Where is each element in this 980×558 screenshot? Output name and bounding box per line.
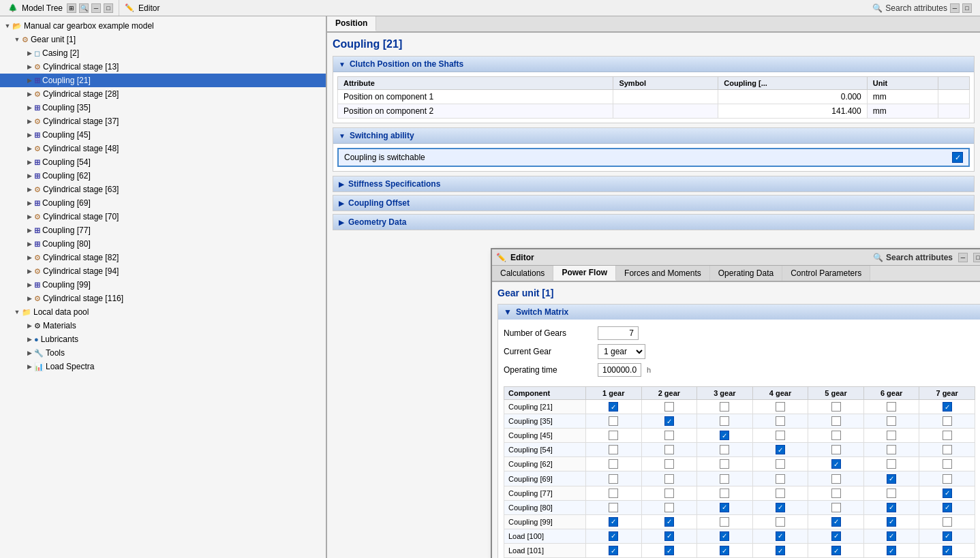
gear-cell-1[interactable]: ✓ <box>586 543 642 557</box>
gear-cell-3[interactable] <box>697 514 753 529</box>
checkbox-gear-6[interactable] <box>887 489 896 498</box>
checkbox-gear-6[interactable]: ✓ <box>887 517 896 527</box>
clutch-section-header[interactable]: ▼ Clutch Position on the Shafts <box>333 57 974 72</box>
checkbox-gear-3[interactable]: ✓ <box>720 503 729 512</box>
gear-cell-2[interactable]: ✓ <box>641 414 697 429</box>
tree-materials[interactable]: ▶ ⚙ Materials <box>0 319 326 332</box>
gear-cell-2[interactable] <box>641 486 697 500</box>
gear-cell-6[interactable]: ✓ <box>863 500 919 514</box>
tab-position[interactable]: Position <box>327 16 376 31</box>
checkbox-gear-5[interactable]: ✓ <box>831 517 841 527</box>
checkbox-gear-1[interactable] <box>609 474 618 484</box>
gear-cell-5[interactable] <box>808 500 864 514</box>
gear-cell-2[interactable] <box>641 400 697 414</box>
checkbox-gear-4[interactable] <box>776 416 785 426</box>
gear-cell-6[interactable]: ✓ <box>863 514 919 529</box>
checkbox-gear-2[interactable] <box>664 445 674 454</box>
tree-tools[interactable]: ▶ 🔧 Tools <box>0 346 326 360</box>
checkbox-gear-3[interactable] <box>720 459 729 469</box>
gear-cell-7[interactable] <box>919 414 975 429</box>
gear-cell-7[interactable] <box>919 457 975 471</box>
checkbox-gear-4[interactable] <box>776 459 785 469</box>
gear-cell-6[interactable] <box>863 486 919 500</box>
checkbox-gear-1[interactable] <box>609 459 618 469</box>
checkbox-gear-4[interactable] <box>776 402 785 412</box>
gear-cell-3[interactable]: ✓ <box>697 429 753 443</box>
current-gear-select[interactable]: 1 gear 2 gear 3 gear 4 gear 5 gear 6 gea… <box>598 344 645 359</box>
tree-coupling-77[interactable]: ▶ ⊞ Coupling [77] <box>0 223 326 237</box>
tree-cyl-116[interactable]: ▶ ⚙ Cylindrical stage [116] <box>0 292 326 305</box>
checkbox-gear-7[interactable] <box>943 431 952 440</box>
tree-minimize-btn[interactable]: ─ <box>91 3 101 13</box>
checkbox-gear-7[interactable] <box>943 517 952 527</box>
geometry-header[interactable]: ▶ Geometry Data <box>333 215 974 230</box>
tree-gear-unit[interactable]: ▼ ⚙ Gear unit [1] <box>0 33 326 46</box>
gear-cell-4[interactable]: ✓ <box>752 500 808 514</box>
gear-cell-4[interactable]: ✓ <box>752 529 808 543</box>
checkbox-gear-5[interactable] <box>831 402 841 412</box>
tree-cyl-63[interactable]: ▶ ⚙ Cylindrical stage [63] <box>0 183 326 196</box>
checkbox-gear-7[interactable] <box>943 445 952 454</box>
checkbox-gear-1[interactable] <box>609 445 618 454</box>
tree-search-btn[interactable]: 🔍 <box>79 3 89 13</box>
tree-coupling-35[interactable]: ▶ ⊞ Coupling [35] <box>0 101 326 114</box>
checkbox-gear-2[interactable] <box>664 459 674 469</box>
checkbox-gear-4[interactable]: ✓ <box>776 445 785 454</box>
checkbox-gear-7[interactable]: ✓ <box>943 489 952 498</box>
gear-cell-1[interactable] <box>586 429 642 443</box>
checkbox-gear-5[interactable] <box>831 431 841 440</box>
checkbox-gear-2[interactable]: ✓ <box>664 416 674 426</box>
gear-cell-6[interactable] <box>863 443 919 457</box>
gear-cell-2[interactable] <box>641 500 697 514</box>
gear-cell-1[interactable] <box>586 414 642 429</box>
checkbox-gear-2[interactable]: ✓ <box>664 546 674 555</box>
gear-cell-7[interactable]: ✓ <box>919 486 975 500</box>
tree-coupling-54[interactable]: ▶ ⊞ Coupling [54] <box>0 155 326 169</box>
gear-cell-6[interactable] <box>863 400 919 414</box>
gear-cell-5[interactable] <box>808 486 864 500</box>
checkbox-gear-6[interactable] <box>887 416 896 426</box>
checkbox-gear-5[interactable] <box>831 445 841 454</box>
tree-cyl-37[interactable]: ▶ ⚙ Cylindrical stage [37] <box>0 114 326 128</box>
gear-cell-2[interactable]: ✓ <box>641 543 697 557</box>
gear-cell-6[interactable] <box>863 429 919 443</box>
gear-cell-4[interactable] <box>752 486 808 500</box>
gear-cell-4[interactable] <box>752 400 808 414</box>
tree-cyl-70[interactable]: ▶ ⚙ Cylindrical stage [70] <box>0 210 326 223</box>
gear-cell-5[interactable] <box>808 429 864 443</box>
num-gears-value[interactable]: 7 <box>598 326 639 340</box>
checkbox-gear-1[interactable] <box>609 489 618 498</box>
checkbox-gear-5[interactable] <box>831 503 841 512</box>
gear-cell-1[interactable]: ✓ <box>586 400 642 414</box>
tab-operating-data[interactable]: Operating Data <box>710 266 782 281</box>
gear-cell-7[interactable]: ✓ <box>919 543 975 557</box>
checkbox-gear-5[interactable]: ✓ <box>831 531 841 541</box>
checkbox-gear-4[interactable] <box>776 474 785 484</box>
checkbox-gear-3[interactable] <box>720 517 729 527</box>
gear-cell-7[interactable]: ✓ <box>919 400 975 414</box>
checkbox-gear-6[interactable] <box>887 445 896 454</box>
tree-coupling-45[interactable]: ▶ ⊞ Coupling [45] <box>0 128 326 142</box>
checkbox-gear-7[interactable]: ✓ <box>943 531 952 541</box>
checkbox-gear-2[interactable] <box>664 402 674 412</box>
checkbox-gear-6[interactable]: ✓ <box>887 474 896 484</box>
tab-power-flow[interactable]: Power Flow <box>553 266 616 281</box>
checkbox-gear-4[interactable] <box>776 489 785 498</box>
gear-cell-7[interactable] <box>919 514 975 529</box>
checkbox-gear-7[interactable] <box>943 416 952 426</box>
gear-cell-1[interactable] <box>586 443 642 457</box>
tree-cyl-48[interactable]: ▶ ⚙ Cylindrical stage [48] <box>0 142 326 155</box>
checkbox-gear-7[interactable] <box>943 474 952 484</box>
gear-cell-4[interactable]: ✓ <box>752 443 808 457</box>
tree-expand-btn[interactable]: ⊞ <box>67 3 76 13</box>
checkbox-gear-1[interactable]: ✓ <box>609 546 618 555</box>
checkbox-gear-7[interactable]: ✓ <box>943 546 952 555</box>
gear-cell-5[interactable]: ✓ <box>808 543 864 557</box>
checkbox-gear-5[interactable] <box>831 489 841 498</box>
checkbox-gear-3[interactable] <box>720 416 729 426</box>
gear-cell-3[interactable] <box>697 443 753 457</box>
tree-coupling-80[interactable]: ▶ ⊞ Coupling [80] <box>0 237 326 251</box>
gear-cell-1[interactable] <box>586 500 642 514</box>
switching-header[interactable]: ▼ Switching ability <box>333 128 974 144</box>
gear-cell-1[interactable]: ✓ <box>586 529 642 543</box>
